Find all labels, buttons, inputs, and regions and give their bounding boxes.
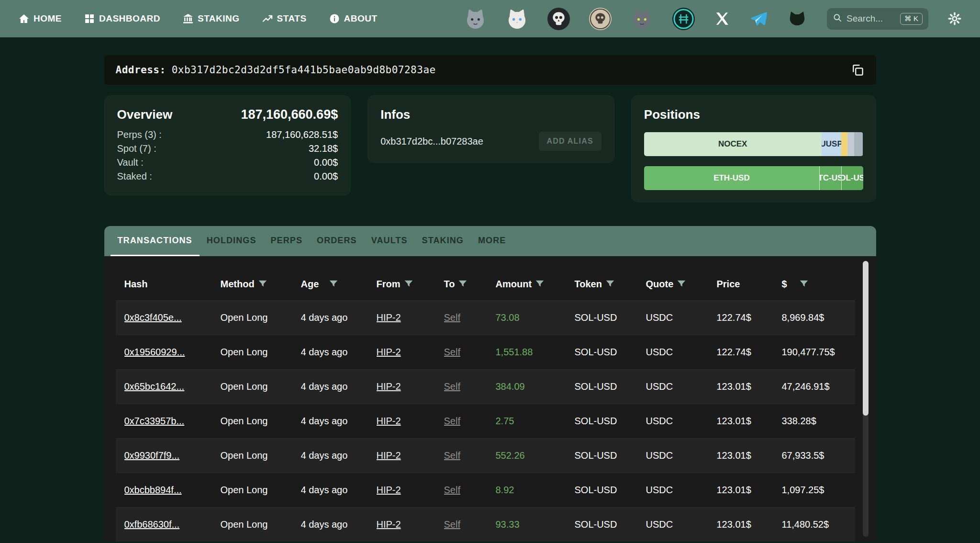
filter-icon[interactable] xyxy=(403,279,414,289)
address-bar: Address:0xb317d2bc2d3d2df5fa441b5bae0ab9… xyxy=(104,55,876,85)
overview-row-label: Spot (7) : xyxy=(117,142,156,156)
from-link[interactable]: HIP-2 xyxy=(377,519,401,530)
add-alias-button[interactable]: ADD ALIAS xyxy=(539,132,601,151)
x-logo-icon[interactable] xyxy=(714,11,730,27)
spot-position-segment[interactable]: NOCEX xyxy=(644,132,822,156)
to-link[interactable]: Self xyxy=(444,485,460,495)
from-link[interactable]: HIP-2 xyxy=(377,347,401,357)
hash-link[interactable]: 0x7c33957b... xyxy=(124,416,185,426)
cell-quote: USDC xyxy=(646,381,717,392)
cell-age: 4 days ago xyxy=(301,519,377,530)
cell-token: SOL-USD xyxy=(575,519,646,530)
perps-position-segment[interactable]: SOL-USD xyxy=(841,166,863,190)
telegram-icon[interactable] xyxy=(749,10,768,28)
overview-rows: Perps (3) : 187,160,628.51$ Spot (7) : 3… xyxy=(117,128,338,183)
from-link[interactable]: HIP-2 xyxy=(377,312,401,323)
tab-label: PERPS xyxy=(271,236,303,246)
spot-position-segment[interactable]: UUSP xyxy=(822,132,841,156)
nav-item-about[interactable]: ABOUT xyxy=(329,13,378,24)
settings-gear-icon[interactable] xyxy=(947,11,962,26)
transaction-row: 0x9930f7f9... Open Long 4 days ago HIP-2… xyxy=(116,438,855,473)
cell-amount: 1,551.88 xyxy=(496,347,575,358)
filter-icon[interactable] xyxy=(676,279,687,289)
avatar-gray-cat[interactable] xyxy=(464,8,487,30)
cell-quote: USDC xyxy=(646,347,717,358)
spot-position-segment[interactable] xyxy=(854,132,863,156)
cell-to: Self xyxy=(444,347,496,358)
main-nav: HOME DASHBOARD STAKING STATS ABOUT xyxy=(18,13,378,24)
column-header-method: Method xyxy=(221,279,301,290)
nav-item-label: STAKING xyxy=(198,13,240,24)
avatar-dark-cat[interactable] xyxy=(631,8,653,30)
cell-to: Self xyxy=(444,485,496,496)
tab-perps[interactable]: PERPS xyxy=(264,226,310,256)
filter-icon[interactable] xyxy=(799,279,809,289)
perps-position-segment[interactable]: ETH-USD xyxy=(644,166,819,190)
tab-holdings[interactable]: HOLDINGS xyxy=(200,226,264,256)
from-link[interactable]: HIP-2 xyxy=(377,416,401,426)
nav-item-dashboard[interactable]: DASHBOARD xyxy=(84,13,160,24)
brand-logo-icon[interactable] xyxy=(787,10,808,28)
avatar-skull-badge[interactable] xyxy=(589,8,612,30)
search-input[interactable]: Search... ⌘ K xyxy=(827,8,928,30)
perps-position-segment[interactable]: BTC-USD xyxy=(819,166,841,190)
spot-position-label: UUSP xyxy=(822,139,841,149)
tab-staking[interactable]: STAKING xyxy=(415,226,471,256)
spot-position-segment[interactable] xyxy=(841,132,848,156)
tab-more[interactable]: MORE xyxy=(471,226,513,256)
tab-vaults[interactable]: VAULTS xyxy=(364,226,415,256)
hash-link[interactable]: 0xfb68630f... xyxy=(124,519,180,530)
overview-row-label: Vault : xyxy=(117,156,144,170)
to-link[interactable]: Self xyxy=(444,381,460,392)
about-icon xyxy=(329,13,340,24)
from-link[interactable]: HIP-2 xyxy=(377,450,401,461)
overview-card: Overview 187,160,660.69$ Perps (3) : 187… xyxy=(104,95,351,195)
table-scrollbar-thumb[interactable] xyxy=(863,261,869,416)
tab-orders[interactable]: ORDERS xyxy=(310,226,364,256)
to-link[interactable]: Self xyxy=(444,416,460,426)
cell-to: Self xyxy=(444,416,496,427)
to-link[interactable]: Self xyxy=(444,450,460,461)
filter-icon[interactable] xyxy=(328,279,339,289)
cell-usd: 190,477.75$ xyxy=(782,347,855,358)
overview-row-value: 32.18$ xyxy=(309,142,338,156)
transaction-row: 0x8c3f405e... Open Long 4 days ago HIP-2… xyxy=(116,300,855,335)
from-link[interactable]: HIP-2 xyxy=(377,485,401,495)
spot-position-segment[interactable] xyxy=(847,132,854,156)
filter-icon[interactable] xyxy=(535,279,545,289)
copy-address-icon[interactable] xyxy=(850,63,865,77)
cell-amount: 8.92 xyxy=(496,485,575,496)
overview-row: Perps (3) : 187,160,628.51$ xyxy=(117,128,338,142)
avatar-teal-logo[interactable] xyxy=(672,8,695,30)
filter-icon[interactable] xyxy=(257,279,268,289)
nav-item-stats[interactable]: STATS xyxy=(262,13,307,24)
column-header-quote: Quote xyxy=(646,279,717,290)
cell-amount: 93.33 xyxy=(496,519,575,530)
cell-usd: 11,480.52$ xyxy=(782,519,855,530)
address-text: Address:0xb317d2bc2d3d2df5fa441b5bae0ab9… xyxy=(116,64,436,76)
filter-icon[interactable] xyxy=(457,279,468,289)
hash-link[interactable]: 0x8c3f405e... xyxy=(124,312,182,323)
filter-icon[interactable] xyxy=(605,279,615,289)
avatar-skull[interactable] xyxy=(547,8,570,30)
hash-link[interactable]: 0x19560929... xyxy=(124,347,185,357)
nav-item-home[interactable]: HOME xyxy=(18,13,62,24)
tab-transactions[interactable]: TRANSACTIONS xyxy=(111,226,200,256)
hash-link[interactable]: 0x9930f7f9... xyxy=(124,450,180,461)
cell-price: 123.01$ xyxy=(717,416,782,427)
hash-link[interactable]: 0xbcbb894f... xyxy=(124,485,182,495)
hash-link[interactable]: 0x65bc1642... xyxy=(124,381,185,392)
table-scrollbar[interactable] xyxy=(863,261,869,537)
tab-label: STAKING xyxy=(422,236,464,246)
cell-method: Open Long xyxy=(221,416,301,427)
to-link[interactable]: Self xyxy=(444,519,460,530)
to-link[interactable]: Self xyxy=(444,312,460,323)
to-link[interactable]: Self xyxy=(444,347,460,357)
cell-hash: 0xfb68630f... xyxy=(124,519,221,530)
avatar-white-cat[interactable] xyxy=(506,8,528,30)
cell-age: 4 days ago xyxy=(301,450,377,461)
perps-position-label: SOL-USD xyxy=(841,173,863,183)
from-link[interactable]: HIP-2 xyxy=(377,381,401,392)
cell-hash: 0x8c3f405e... xyxy=(124,312,221,323)
nav-item-staking[interactable]: STAKING xyxy=(182,13,240,24)
